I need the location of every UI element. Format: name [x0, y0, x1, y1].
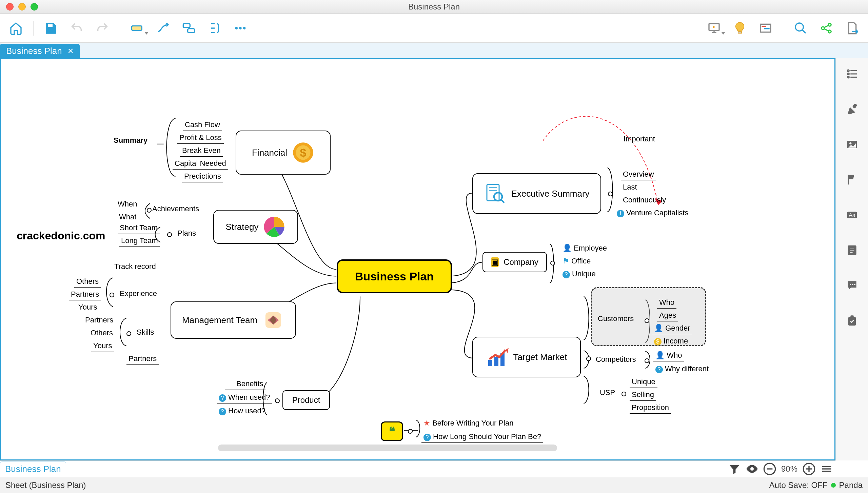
undo-button[interactable]: [68, 20, 85, 37]
outline-panel-button[interactable]: [845, 66, 860, 81]
zoom-out-button[interactable]: [763, 462, 776, 476]
redo-button[interactable]: [94, 20, 111, 37]
status-indicator-icon: [831, 483, 836, 488]
company-node[interactable]: ▣ Company: [482, 252, 547, 272]
fit-button[interactable]: [820, 462, 833, 476]
image-panel-button[interactable]: [845, 137, 860, 152]
share-button[interactable]: [818, 20, 835, 37]
mgmt-exp-item[interactable]: Partners: [69, 289, 101, 300]
svg-point-4: [239, 27, 241, 29]
exec-item[interactable]: Continuously: [621, 194, 668, 206]
comments-panel-button[interactable]: [845, 278, 860, 293]
notes-node[interactable]: ❝: [381, 421, 403, 441]
strategy-node[interactable]: Strategy: [213, 210, 298, 244]
strategy-achievement[interactable]: What: [117, 211, 138, 223]
financial-item[interactable]: Capital Needed: [173, 158, 228, 170]
insert-topic-button[interactable]: [129, 20, 146, 37]
filter-button[interactable]: [728, 462, 741, 476]
summary-button[interactable]: [206, 20, 223, 37]
notes-item[interactable]: ?How Long Should Your Plan Be?: [421, 431, 543, 443]
svg-point-31: [847, 73, 849, 75]
track-record-label[interactable]: Track record: [114, 262, 156, 271]
sheet-tab[interactable]: Business Plan: [0, 461, 66, 476]
exec-item[interactable]: iVenture Capitalists: [615, 207, 690, 219]
task-panel-button[interactable]: [845, 313, 860, 328]
svg-rect-0: [132, 26, 142, 30]
competitors-item[interactable]: ?Why different: [653, 363, 711, 375]
mgmt-skill-item[interactable]: Others: [88, 327, 115, 339]
experience-label[interactable]: Experience: [120, 289, 157, 298]
customers-label[interactable]: Customers: [598, 314, 634, 323]
competitors-label[interactable]: Competitors: [596, 355, 636, 364]
export-button[interactable]: [844, 20, 861, 37]
horizontal-scrollbar[interactable]: [218, 445, 557, 451]
zoom-in-button[interactable]: [802, 462, 816, 476]
document-tab[interactable]: Business Plan ✕: [0, 44, 80, 58]
strategy-plan[interactable]: Long Team: [119, 235, 160, 247]
exec-item[interactable]: Last: [621, 181, 639, 193]
product-item[interactable]: ?When used?: [217, 392, 272, 403]
company-item[interactable]: ⚑ Office: [560, 255, 593, 267]
strategy-plan[interactable]: Short Team: [118, 222, 160, 234]
window-titlebar: Business Plan: [0, 0, 868, 14]
skills-label[interactable]: Skills: [137, 328, 154, 337]
product-node[interactable]: Product: [282, 390, 330, 410]
achievements-label[interactable]: Achievements: [152, 204, 199, 213]
markers-panel-button[interactable]: [845, 172, 860, 187]
gantt-button[interactable]: [757, 20, 774, 37]
usp-item[interactable]: Unique: [630, 376, 657, 388]
executive-summary-node[interactable]: Executive Summary: [472, 173, 601, 214]
customers-item[interactable]: $Income: [652, 335, 690, 347]
important-label[interactable]: Important: [624, 135, 655, 143]
save-button[interactable]: [42, 20, 59, 37]
brainstorm-button[interactable]: [731, 20, 748, 37]
notes-item[interactable]: ★ Before Writing Your Plan: [421, 417, 515, 429]
financial-item[interactable]: Cash Flow: [183, 119, 222, 131]
close-tab-icon[interactable]: ✕: [67, 47, 74, 56]
summary-group-label[interactable]: Summary: [114, 136, 147, 145]
customers-item[interactable]: Ages: [657, 310, 678, 321]
mgmt-skill-item[interactable]: Yours: [91, 340, 114, 352]
company-item[interactable]: 👤 Employee: [560, 242, 609, 254]
mgmt-exp-item[interactable]: Yours: [76, 301, 99, 313]
visibility-button[interactable]: [745, 462, 759, 476]
exec-item[interactable]: Overview: [621, 169, 656, 180]
financial-item[interactable]: Break Even: [180, 145, 223, 157]
usp-item[interactable]: Proposition: [630, 402, 671, 414]
mindmap-canvas[interactable]: crackedonic.com Business Plan Financial …: [0, 58, 835, 460]
notes-panel-button[interactable]: [845, 243, 860, 258]
customers-item[interactable]: Who: [657, 297, 676, 309]
plans-label[interactable]: Plans: [177, 229, 196, 238]
presentation-button[interactable]: [706, 20, 723, 37]
mgmt-skill-item[interactable]: Partners: [83, 314, 115, 326]
home-button[interactable]: [7, 20, 24, 37]
competitors-item[interactable]: 👤 Who: [653, 350, 684, 361]
customers-item[interactable]: 👤 Gender: [652, 322, 692, 334]
financial-node[interactable]: Financial $: [236, 131, 331, 175]
relationship-button[interactable]: [155, 20, 172, 37]
strategy-achievement[interactable]: When: [116, 198, 139, 210]
usp-label[interactable]: USP: [600, 388, 615, 397]
format-panel-button[interactable]: [845, 102, 860, 117]
svg-rect-49: [850, 315, 854, 318]
boundary-button[interactable]: [180, 20, 197, 37]
mgmt-exp-item[interactable]: Others: [74, 276, 101, 288]
status-bar: Sheet (Business Plan) Auto Save: OFF Pan…: [0, 477, 868, 493]
more-actions-button[interactable]: [232, 20, 249, 37]
search-button[interactable]: [792, 20, 809, 37]
company-item[interactable]: ?Unique: [560, 268, 598, 280]
info-icon: i: [617, 210, 624, 217]
svg-point-29: [847, 70, 849, 72]
target-market-node[interactable]: Target Market: [472, 337, 581, 377]
financial-item[interactable]: Profit & Loss: [177, 132, 224, 144]
exec-label: Executive Summary: [511, 189, 589, 199]
financial-item[interactable]: Predictions: [182, 171, 223, 182]
mgmt-partners-leaf[interactable]: Partners: [126, 353, 159, 365]
management-team-node[interactable]: Management Team: [171, 301, 296, 339]
central-topic[interactable]: Business Plan: [337, 259, 452, 293]
usp-item[interactable]: Selling: [630, 389, 656, 401]
font-panel-button[interactable]: Aa: [845, 208, 860, 222]
product-item[interactable]: ☺Benefits: [225, 378, 265, 390]
doc-search-icon: [484, 182, 506, 205]
product-item[interactable]: ?How used?: [217, 405, 268, 417]
